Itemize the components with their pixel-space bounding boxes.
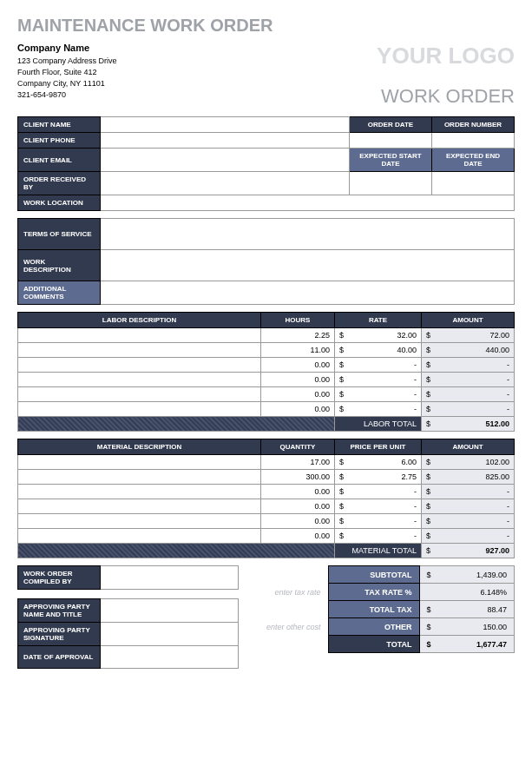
page-title: MAINTENANCE WORK ORDER — [17, 16, 515, 36]
cell[interactable]: $- — [422, 514, 515, 529]
table-row: 0.00$-$- — [18, 485, 515, 499]
logo-placeholder: YOUR LOGO — [377, 43, 515, 69]
cell[interactable]: $6.00 — [335, 455, 422, 470]
cell[interactable]: $- — [335, 529, 422, 544]
cell[interactable]: $440.00 — [422, 343, 515, 358]
cell[interactable] — [18, 514, 261, 529]
input-compiled-by[interactable] — [101, 566, 239, 590]
cell[interactable]: 17.00 — [261, 455, 335, 470]
cell[interactable] — [18, 358, 261, 373]
cell[interactable]: 0.00 — [261, 529, 335, 544]
cell[interactable]: $- — [422, 358, 515, 373]
label-client-email: CLIENT EMAIL — [18, 149, 101, 172]
input-client-email[interactable] — [101, 149, 350, 172]
table-row: 0.00$-$- — [18, 499, 515, 514]
input-approving-party[interactable] — [101, 599, 239, 623]
cell[interactable]: $- — [422, 485, 515, 499]
label-terms: TERMS OF SERVICE — [18, 219, 101, 250]
hint-other: enter other cost — [246, 618, 328, 636]
cell[interactable] — [18, 470, 261, 485]
cell[interactable] — [18, 499, 261, 514]
cell[interactable]: $- — [422, 499, 515, 514]
cell[interactable] — [18, 387, 261, 402]
input-terms[interactable] — [101, 219, 515, 250]
cell[interactable] — [18, 373, 261, 387]
material-header-qty: QUANTITY — [261, 439, 335, 455]
cell[interactable]: $- — [422, 529, 515, 544]
label-client-phone: CLIENT PHONE — [18, 133, 101, 149]
table-row: 0.00$-$- — [18, 529, 515, 544]
input-additional[interactable] — [101, 281, 515, 305]
material-total-label: MATERIAL TOTAL — [335, 544, 422, 558]
material-header-amount: AMOUNT — [422, 439, 515, 455]
cell[interactable]: 0.00 — [261, 499, 335, 514]
label-subtotal: SUBTOTAL — [328, 566, 419, 584]
cell[interactable]: $32.00 — [335, 328, 422, 343]
cell[interactable]: $102.00 — [422, 455, 515, 470]
cell[interactable]: 0.00 — [261, 373, 335, 387]
input-client-phone[interactable] — [101, 133, 350, 149]
label-compiled-by: WORK ORDER COMPILED BY — [18, 566, 101, 590]
input-work-desc[interactable] — [101, 250, 515, 281]
company-addr2: Fourth Floor, Suite 412 — [17, 67, 117, 78]
labor-total-label: LABOR TOTAL — [335, 417, 422, 432]
input-signature[interactable] — [101, 623, 239, 646]
label-other: OTHER — [328, 618, 419, 636]
value-other[interactable]: 150.00 — [483, 623, 507, 631]
table-row: 0.00$-$- — [18, 514, 515, 529]
company-phone: 321-654-9870 — [17, 89, 117, 101]
cell[interactable]: $2.75 — [335, 470, 422, 485]
value-total: 1,677.47 — [476, 640, 507, 649]
input-received-by[interactable] — [101, 172, 350, 195]
cell[interactable]: $- — [335, 514, 422, 529]
table-row: 0.00$-$- — [18, 358, 515, 373]
input-expected-end[interactable] — [432, 172, 515, 195]
input-expected-start[interactable] — [350, 172, 432, 195]
cell[interactable] — [18, 328, 261, 343]
labor-hatch — [18, 417, 335, 432]
company-name: Company Name — [17, 43, 117, 53]
cell[interactable]: $- — [422, 387, 515, 402]
cell[interactable]: 0.00 — [261, 485, 335, 499]
cell[interactable]: 0.00 — [261, 387, 335, 402]
input-approval-date[interactable] — [101, 646, 239, 669]
doc-type: WORK ORDER — [377, 85, 515, 108]
cell[interactable] — [18, 455, 261, 470]
cell[interactable]: 0.00 — [261, 402, 335, 417]
label-expected-start: EXPECTED START DATE — [350, 149, 432, 172]
cell[interactable]: $40.00 — [335, 343, 422, 358]
cell[interactable]: 11.00 — [261, 343, 335, 358]
cell[interactable] — [18, 529, 261, 544]
cell[interactable]: $- — [335, 373, 422, 387]
cell[interactable] — [18, 485, 261, 499]
cell[interactable]: $72.00 — [422, 328, 515, 343]
table-row: 0.00$-$- — [18, 387, 515, 402]
cell[interactable]: 0.00 — [261, 514, 335, 529]
label-signature: APPROVING PARTY SIGNATURE — [18, 623, 101, 646]
cell[interactable]: $- — [422, 402, 515, 417]
cell[interactable] — [18, 402, 261, 417]
input-client-name[interactable] — [101, 117, 350, 133]
cell[interactable]: $- — [335, 499, 422, 514]
cell[interactable]: 300.00 — [261, 470, 335, 485]
cell[interactable]: $- — [335, 358, 422, 373]
labor-table: LABOR DESCRIPTION HOURS RATE AMOUNT 2.25… — [17, 312, 515, 432]
cell[interactable]: $- — [422, 373, 515, 387]
cell[interactable]: $825.00 — [422, 470, 515, 485]
cell[interactable]: 0.00 — [261, 358, 335, 373]
input-order-number[interactable] — [432, 133, 515, 149]
input-order-date[interactable] — [350, 133, 432, 149]
input-work-location[interactable] — [101, 195, 515, 211]
cell[interactable]: $- — [335, 485, 422, 499]
value-taxrate[interactable]: 6.148% — [480, 588, 507, 597]
cell[interactable]: 2.25 — [261, 328, 335, 343]
label-total: TOTAL — [328, 636, 419, 653]
cell[interactable]: $- — [335, 402, 422, 417]
company-addr1: 123 Company Address Drive — [17, 56, 117, 67]
cell[interactable] — [18, 343, 261, 358]
cell[interactable]: $- — [335, 387, 422, 402]
material-table: MATERIAL DESCRIPTION QUANTITY PRICE PER … — [17, 439, 515, 558]
label-order-date: ORDER DATE — [350, 117, 432, 133]
client-info-table: CLIENT NAME ORDER DATE ORDER NUMBER CLIE… — [17, 116, 515, 211]
label-taxrate: TAX RATE % — [328, 584, 419, 601]
